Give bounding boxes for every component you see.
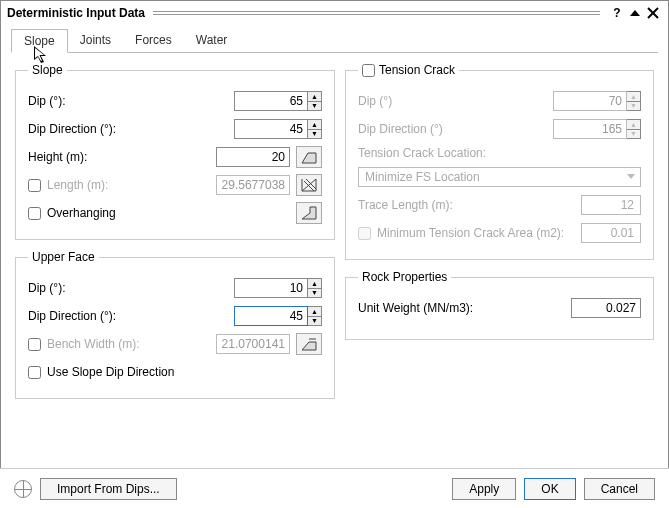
tc-minarea-input bbox=[581, 223, 641, 243]
svg-marker-10 bbox=[302, 207, 316, 219]
rockprops-legend: Rock Properties bbox=[358, 270, 451, 284]
uf-useslopedd-checkbox[interactable] bbox=[28, 366, 41, 379]
globe-icon[interactable] bbox=[14, 480, 32, 498]
uf-bench-input bbox=[216, 334, 290, 354]
tab-joints[interactable]: Joints bbox=[68, 29, 123, 52]
rockprops-group: Rock Properties Unit Weight (MN/m3): bbox=[345, 270, 654, 340]
tab-forces[interactable]: Forces bbox=[123, 29, 184, 52]
slope-group: Slope Dip (°): ▲▼ Dip Direction (°): ▲▼ … bbox=[15, 63, 335, 240]
slope-height-label: Height (m): bbox=[28, 150, 210, 164]
tc-loc-combo bbox=[358, 167, 641, 187]
tc-legend: Tension Crack bbox=[379, 63, 455, 77]
slope-length-input bbox=[216, 175, 290, 195]
uf-dipdir-input[interactable] bbox=[234, 306, 308, 326]
ok-button[interactable]: OK bbox=[524, 478, 575, 500]
slope-length-checkbox[interactable] bbox=[28, 179, 41, 192]
title-bar: Deterministic Input Data ? bbox=[1, 1, 668, 25]
tensioncrack-group: Tension Crack Dip (°) ▲▼ Dip Direction (… bbox=[345, 63, 654, 260]
uf-dipdir-spinner[interactable]: ▲▼ bbox=[308, 306, 322, 326]
svg-marker-0 bbox=[630, 10, 640, 16]
tc-dipdir-spinner: ▲▼ bbox=[627, 119, 641, 139]
help-icon[interactable]: ? bbox=[608, 6, 626, 20]
upperface-group: Upper Face Dip (°): ▲▼ Dip Direction (°)… bbox=[15, 250, 335, 399]
svg-marker-11 bbox=[302, 342, 316, 350]
uf-dip-label: Dip (°): bbox=[28, 281, 228, 295]
tc-dipdir-label: Dip Direction (°) bbox=[358, 122, 547, 136]
title-rule bbox=[153, 11, 600, 15]
uf-useslopedd-label: Use Slope Dip Direction bbox=[47, 365, 322, 379]
tc-loc-value bbox=[358, 167, 641, 187]
slope-length-label: Length (m): bbox=[47, 178, 210, 192]
footer-bar: Import From Dips... Apply OK Cancel bbox=[0, 468, 669, 508]
uf-dip-input[interactable] bbox=[234, 278, 308, 298]
slope-legend: Slope bbox=[28, 63, 67, 77]
uf-bench-label: Bench Width (m): bbox=[47, 337, 210, 351]
apply-button[interactable]: Apply bbox=[452, 478, 516, 500]
tc-dipdir-input bbox=[553, 119, 627, 139]
slope-dip-label: Dip (°): bbox=[28, 94, 228, 108]
rp-uw-label: Unit Weight (MN/m3): bbox=[358, 301, 565, 315]
uf-dip-spinner[interactable]: ▲▼ bbox=[308, 278, 322, 298]
tab-slope[interactable]: Slope bbox=[11, 29, 68, 53]
tc-dip-spinner: ▲▼ bbox=[627, 91, 641, 111]
tc-minarea-label: Minimum Tension Crack Area (m2): bbox=[377, 226, 575, 240]
tc-dip-label: Dip (°) bbox=[358, 94, 547, 108]
upperface-legend: Upper Face bbox=[28, 250, 99, 264]
rp-uw-input[interactable] bbox=[571, 298, 641, 318]
tab-strip: Slope Joints Forces Water bbox=[11, 29, 658, 53]
slope-overhanging-icon[interactable] bbox=[296, 202, 322, 224]
tc-minarea-checkbox bbox=[358, 227, 371, 240]
slope-length-icon[interactable] bbox=[296, 174, 322, 196]
tab-water[interactable]: Water bbox=[184, 29, 240, 52]
cancel-button[interactable]: Cancel bbox=[584, 478, 655, 500]
slope-height-input[interactable] bbox=[216, 147, 290, 167]
slope-overhanging-checkbox[interactable] bbox=[28, 207, 41, 220]
slope-dipdir-input[interactable] bbox=[234, 119, 308, 139]
svg-marker-5 bbox=[302, 153, 316, 163]
tc-dip-input bbox=[553, 91, 627, 111]
tc-enable-checkbox[interactable] bbox=[362, 64, 375, 77]
tc-trace-label: Trace Length (m): bbox=[358, 198, 575, 212]
slope-dipdir-label: Dip Direction (°): bbox=[28, 122, 228, 136]
uf-bench-checkbox[interactable] bbox=[28, 338, 41, 351]
slope-dip-spinner[interactable]: ▲▼ bbox=[308, 91, 322, 111]
window-title: Deterministic Input Data bbox=[7, 6, 145, 20]
slope-dip-input[interactable] bbox=[234, 91, 308, 111]
svg-marker-6 bbox=[302, 179, 316, 191]
slope-height-icon[interactable] bbox=[296, 146, 322, 168]
uf-bench-icon[interactable] bbox=[296, 333, 322, 355]
import-button[interactable]: Import From Dips... bbox=[40, 478, 177, 500]
slope-overhanging-label: Overhanging bbox=[47, 206, 196, 220]
uf-dipdir-label: Dip Direction (°): bbox=[28, 309, 228, 323]
close-icon[interactable] bbox=[644, 7, 662, 19]
tc-loc-label: Tension Crack Location: bbox=[358, 146, 641, 160]
slope-dipdir-spinner[interactable]: ▲▼ bbox=[308, 119, 322, 139]
collapse-icon[interactable] bbox=[626, 7, 644, 19]
tc-trace-input bbox=[581, 195, 641, 215]
